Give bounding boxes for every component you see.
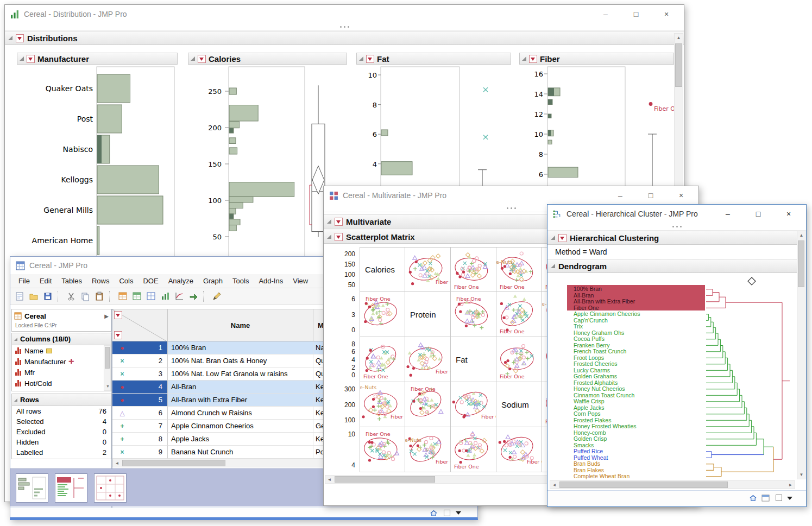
- row-stat-allrows[interactable]: All rows76: [12, 406, 111, 416]
- cluster-vertical-scrollbar[interactable]: ▲ ▼: [797, 231, 805, 479]
- home-icon[interactable]: [749, 494, 757, 502]
- column-item-manufacturer[interactable]: Manufacturer✛: [12, 356, 111, 367]
- journal-thumbnail-distribution[interactable]: [16, 473, 48, 503]
- row-stat-selected[interactable]: Selected4: [12, 416, 111, 427]
- column-item-hotcold[interactable]: Hot/Cold: [12, 378, 111, 389]
- close-button[interactable]: ×: [784, 210, 793, 218]
- scroll-right-arrow[interactable]: ►: [786, 481, 795, 489]
- scatter-cell[interactable]: Fiber OneGrape-Nuts: [405, 427, 451, 472]
- scroll-down-arrow[interactable]: ▼: [797, 471, 805, 479]
- menu-tables[interactable]: Tables: [56, 275, 87, 287]
- cell-name[interactable]: Apple Cinnamon Cheerios: [168, 420, 313, 433]
- red-triangle-menu-icon[interactable]: [558, 234, 566, 242]
- save-icon[interactable]: [42, 290, 54, 302]
- scatter-cell[interactable]: Fiber One: [405, 382, 451, 427]
- columns-scrollbar[interactable]: ▼: [104, 345, 111, 391]
- cluster-horizontal-scrollbar[interactable]: ◄ ►: [550, 480, 795, 489]
- panel-expand-arrow[interactable]: ▶: [104, 313, 109, 319]
- column-item-mfr[interactable]: Mfr: [12, 367, 111, 378]
- cell-name[interactable]: All-Bran: [168, 381, 313, 394]
- row-number-cell[interactable]: △6: [112, 407, 168, 420]
- summary-icon[interactable]: [131, 290, 143, 302]
- status-checkbox[interactable]: [776, 495, 782, 501]
- grid-corner-cell[interactable]: [112, 309, 168, 341]
- journal-thumbnail-multivariate[interactable]: [94, 473, 127, 503]
- red-triangle-menu-icon[interactable]: [366, 55, 374, 63]
- columns-panel-header[interactable]: Columns (18/0): [12, 333, 111, 345]
- multivariate-titlebar[interactable]: Cereal - Multivariate - JMP Pro – □ ×: [324, 186, 698, 205]
- disclosure-triangle-icon[interactable]: [14, 338, 17, 341]
- row-number-cell[interactable]: ●4: [112, 381, 168, 394]
- disclosure-triangle-icon[interactable]: [14, 398, 17, 402]
- disclosure-triangle-icon[interactable]: [20, 56, 24, 61]
- maximize-button[interactable]: □: [646, 191, 655, 200]
- scrollbar-thumb[interactable]: [559, 481, 728, 488]
- cell-name[interactable]: 100% Bran: [168, 341, 313, 354]
- cell-name[interactable]: Banana Nut Crunch: [168, 446, 313, 459]
- scrollbar-thumb[interactable]: [675, 43, 682, 87]
- distribution-icon[interactable]: [159, 290, 171, 302]
- manufacturer-bar-chart[interactable]: Quaker OatsPostNabiscoKelloggsGeneral Mi…: [17, 65, 178, 264]
- scatter-cell[interactable]: Fiber One: [451, 292, 496, 337]
- menu-view[interactable]: View: [288, 275, 313, 287]
- status-dropdown-arrow[interactable]: [456, 511, 461, 517]
- column-item-name[interactable]: Name: [12, 345, 111, 356]
- copy-icon[interactable]: [79, 290, 91, 302]
- disclosure-triangle-icon[interactable]: [522, 56, 526, 61]
- scatter-cell[interactable]: Fiber One: [360, 337, 405, 382]
- run-script-icon[interactable]: [187, 290, 199, 302]
- scatter-cell[interactable]: Fiber One: [360, 292, 405, 337]
- disclosure-triangle-icon[interactable]: [327, 219, 331, 224]
- close-button[interactable]: ×: [677, 191, 685, 200]
- scatter-cell[interactable]: Fiber One: [496, 427, 542, 472]
- disclosure-triangle-icon[interactable]: [551, 236, 555, 240]
- red-triangle-menu-icon[interactable]: [529, 55, 537, 63]
- scatter-cell[interactable]: Fiber One: [451, 427, 496, 472]
- status-dropdown-arrow[interactable]: [787, 497, 792, 503]
- open-data-table-icon[interactable]: [28, 290, 40, 302]
- menu-file[interactable]: File: [14, 275, 35, 287]
- annotate-icon[interactable]: [211, 290, 223, 302]
- menu-rows[interactable]: Rows: [87, 275, 115, 287]
- status-checkbox[interactable]: [444, 510, 450, 516]
- scatter-cell[interactable]: Fiber One: [451, 382, 496, 427]
- disclosure-triangle-icon[interactable]: [359, 56, 363, 61]
- cell-name[interactable]: Almond Crunch w Raisins: [168, 407, 313, 420]
- menu-analyze[interactable]: Analyze: [163, 275, 198, 287]
- menu-cols[interactable]: Cols: [114, 275, 138, 287]
- toolbar-overflow-handle[interactable]: [547, 223, 806, 231]
- scrollbar-thumb[interactable]: [122, 460, 225, 466]
- scroll-left-arrow[interactable]: ◄: [113, 459, 121, 467]
- window-layout-icon[interactable]: [761, 494, 770, 502]
- rows-panel-header[interactable]: Rows: [12, 394, 111, 406]
- toolbar-overflow-handle[interactable]: [5, 23, 684, 31]
- journal-icon[interactable]: [117, 290, 129, 302]
- disclosure-triangle-icon[interactable]: [327, 235, 331, 239]
- scatter-cell[interactable]: Fiber One: [405, 337, 451, 382]
- cell-name[interactable]: 100% Nat. Bran Oats & Honey: [168, 354, 313, 367]
- row-number-cell[interactable]: +8: [112, 433, 168, 446]
- scrollbar-thumb[interactable]: [798, 240, 804, 287]
- scroll-left-arrow[interactable]: ◄: [325, 476, 333, 484]
- red-triangle-menu-icon[interactable]: [335, 233, 343, 241]
- menu-addins[interactable]: Add-Ins: [254, 275, 288, 287]
- red-triangle-menu-icon[interactable]: [114, 331, 122, 339]
- row-stat-hidden[interactable]: Hidden0: [12, 437, 111, 447]
- red-triangle-menu-icon[interactable]: [16, 34, 24, 42]
- menu-doe[interactable]: DOE: [138, 275, 163, 287]
- row-number-cell[interactable]: +7: [112, 420, 168, 433]
- red-triangle-menu-icon[interactable]: [114, 311, 122, 319]
- scatter-cell[interactable]: Fiber One: [496, 292, 542, 337]
- row-number-cell[interactable]: ●1: [112, 341, 168, 354]
- column-header-name[interactable]: Name: [168, 309, 313, 341]
- scatter-cell[interactable]: Fiber One: [451, 247, 496, 292]
- maximize-button[interactable]: □: [754, 210, 763, 218]
- scroll-down-arrow[interactable]: ▼: [104, 382, 112, 390]
- row-stat-labelled[interactable]: Labelled2: [12, 447, 111, 458]
- new-data-table-icon[interactable]: [14, 290, 26, 302]
- disclosure-triangle-icon[interactable]: [191, 56, 195, 61]
- minimize-button[interactable]: –: [723, 210, 732, 218]
- red-triangle-menu-icon[interactable]: [198, 55, 206, 63]
- scrollbar-thumb[interactable]: [105, 347, 110, 369]
- layout-icon[interactable]: [145, 290, 157, 302]
